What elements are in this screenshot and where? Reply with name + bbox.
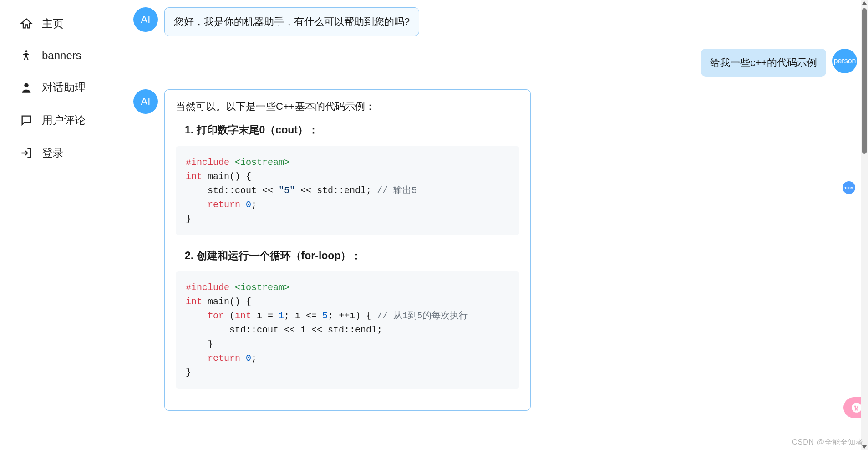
code-section-title-2: 2. 创建和运行一个循环（for-loop）：: [185, 248, 519, 264]
sidebar-item-user-comments[interactable]: 用户评论: [0, 106, 126, 135]
chat-area: AI 您好，我是你的机器助手，有什么可以帮助到您的吗? 给我一些c++的代码示例…: [126, 0, 868, 450]
ai-avatar: AI: [133, 89, 158, 114]
page-scrollbar[interactable]: [861, 0, 868, 450]
sidebar-item-label: 登录: [42, 146, 64, 160]
sidebar-item-label: 对话助理: [42, 80, 86, 95]
sidebar-item-label: banners: [42, 49, 81, 62]
sidebar-item-chat-assistant[interactable]: 对话助理: [0, 73, 126, 102]
ai-intro-text: 当然可以。以下是一些C++基本的代码示例：: [176, 99, 519, 114]
ai-response-bubble: 当然可以。以下是一些C++基本的代码示例： 1. 打印数字末尾0（cout）： …: [164, 89, 531, 411]
user-request-bubble: 给我一些c++的代码示例: [701, 49, 826, 77]
memory-badge: 106M: [843, 181, 855, 194]
home-icon: [20, 17, 33, 30]
watermark-text: CSDN @全能全知者: [792, 438, 863, 447]
code-block-2[interactable]: #include <iostream> int main() { for (in…: [176, 271, 519, 389]
accessibility-icon: [20, 49, 33, 62]
svg-point-0: [25, 50, 28, 52]
sidebar-item-label: 用户评论: [42, 113, 86, 128]
user-avatar: person: [832, 49, 857, 73]
ai-message-row: AI 当然可以。以下是一些C++基本的代码示例： 1. 打印数字末尾0（cout…: [133, 89, 857, 411]
sidebar-item-login[interactable]: 登录: [0, 138, 126, 168]
svg-point-1: [24, 83, 28, 87]
person-icon: [20, 81, 33, 94]
code-block-1[interactable]: #include <iostream> int main() { std::co…: [176, 146, 519, 235]
sidebar-item-label: 主页: [42, 16, 64, 31]
ai-message-row: AI 您好，我是你的机器助手，有什么可以帮助到您的吗?: [133, 7, 857, 36]
scrollbar-thumb[interactable]: [862, 8, 867, 154]
sidebar-item-home[interactable]: 主页: [0, 9, 126, 38]
ai-avatar: AI: [133, 7, 158, 32]
code-section-title-1: 1. 打印数字末尾0（cout）：: [185, 122, 519, 138]
comment-icon: [20, 114, 33, 127]
sidebar-item-banners[interactable]: banners: [0, 42, 126, 69]
login-icon: [20, 147, 33, 159]
scroll-up-arrow-icon[interactable]: [862, 1, 867, 5]
ai-greeting-bubble: 您好，我是你的机器助手，有什么可以帮助到您的吗?: [164, 7, 419, 36]
chat-scroll-container[interactable]: AI 您好，我是你的机器助手，有什么可以帮助到您的吗? 给我一些c++的代码示例…: [126, 0, 868, 450]
user-message-row: 给我一些c++的代码示例 person: [133, 49, 857, 77]
sidebar: 主页 banners 对话助理 用户评论 登录: [0, 0, 126, 450]
